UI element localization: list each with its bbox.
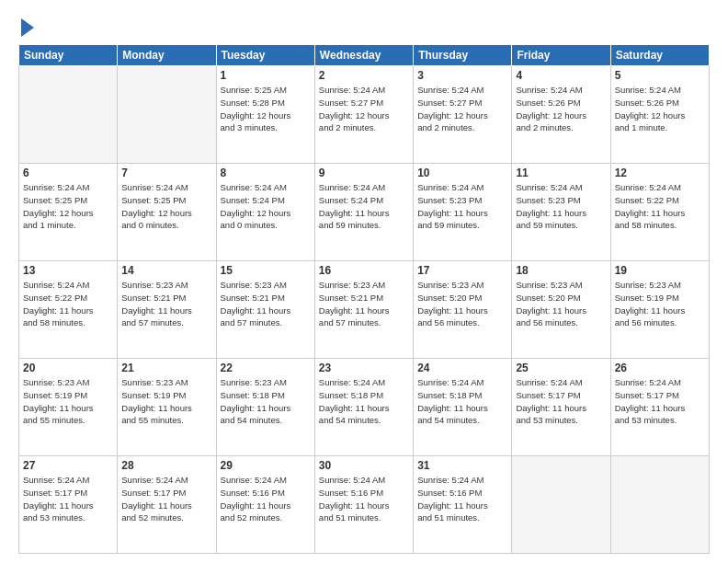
calendar-cell: 24Sunrise: 5:24 AM Sunset: 5:18 PM Dayli… [414, 359, 512, 456]
calendar-cell: 12Sunrise: 5:24 AM Sunset: 5:22 PM Dayli… [610, 164, 709, 261]
weekday-header: Thursday [414, 45, 512, 66]
day-number: 18 [516, 264, 606, 277]
page: SundayMondayTuesdayWednesdayThursdayFrid… [0, 0, 728, 563]
day-number: 15 [221, 264, 311, 277]
day-number: 27 [23, 459, 113, 472]
day-info: Sunrise: 5:24 AM Sunset: 5:23 PM Dayligh… [417, 181, 507, 232]
day-number: 11 [516, 167, 606, 179]
day-number: 31 [417, 459, 507, 472]
day-info: Sunrise: 5:24 AM Sunset: 5:18 PM Dayligh… [319, 376, 409, 427]
day-info: Sunrise: 5:23 AM Sunset: 5:21 PM Dayligh… [319, 279, 409, 329]
day-info: Sunrise: 5:23 AM Sunset: 5:21 PM Dayligh… [221, 279, 311, 329]
day-number: 23 [319, 362, 409, 374]
day-number: 7 [121, 167, 211, 179]
calendar-cell: 28Sunrise: 5:24 AM Sunset: 5:17 PM Dayli… [118, 456, 216, 554]
day-number: 22 [221, 362, 311, 374]
day-info: Sunrise: 5:24 AM Sunset: 5:16 PM Dayligh… [417, 474, 507, 524]
day-number: 16 [319, 264, 409, 277]
calendar-cell [610, 456, 709, 554]
weekday-header: Friday [512, 45, 610, 66]
day-number: 28 [121, 459, 211, 472]
calendar-cell: 5Sunrise: 5:24 AM Sunset: 5:26 PM Daylig… [610, 66, 709, 164]
day-number: 8 [221, 167, 311, 179]
calendar-cell: 10Sunrise: 5:24 AM Sunset: 5:23 PM Dayli… [414, 164, 512, 261]
day-info: Sunrise: 5:24 AM Sunset: 5:25 PM Dayligh… [121, 181, 211, 232]
calendar-cell: 15Sunrise: 5:23 AM Sunset: 5:21 PM Dayli… [216, 261, 314, 359]
calendar-cell: 7Sunrise: 5:24 AM Sunset: 5:25 PM Daylig… [118, 164, 216, 261]
day-info: Sunrise: 5:24 AM Sunset: 5:17 PM Dayligh… [121, 474, 211, 524]
day-number: 1 [221, 69, 311, 82]
logo-arrow-icon [21, 18, 34, 37]
day-info: Sunrise: 5:24 AM Sunset: 5:22 PM Dayligh… [615, 181, 705, 232]
day-number: 5 [615, 69, 705, 82]
day-number: 17 [417, 264, 507, 277]
day-number: 6 [23, 167, 113, 179]
calendar-cell: 17Sunrise: 5:23 AM Sunset: 5:20 PM Dayli… [414, 261, 512, 359]
day-info: Sunrise: 5:24 AM Sunset: 5:18 PM Dayligh… [417, 376, 507, 427]
calendar-cell: 11Sunrise: 5:24 AM Sunset: 5:23 PM Dayli… [512, 164, 610, 261]
day-info: Sunrise: 5:24 AM Sunset: 5:16 PM Dayligh… [221, 474, 311, 524]
calendar-header-row: SundayMondayTuesdayWednesdayThursdayFrid… [19, 45, 710, 66]
day-info: Sunrise: 5:24 AM Sunset: 5:16 PM Dayligh… [319, 474, 409, 524]
day-number: 20 [23, 362, 113, 374]
day-info: Sunrise: 5:24 AM Sunset: 5:24 PM Dayligh… [319, 181, 409, 232]
calendar-cell: 8Sunrise: 5:24 AM Sunset: 5:24 PM Daylig… [216, 164, 314, 261]
day-info: Sunrise: 5:23 AM Sunset: 5:19 PM Dayligh… [121, 376, 211, 427]
calendar-cell: 20Sunrise: 5:23 AM Sunset: 5:19 PM Dayli… [19, 359, 118, 456]
day-number: 21 [121, 362, 211, 374]
day-info: Sunrise: 5:23 AM Sunset: 5:19 PM Dayligh… [615, 279, 705, 329]
calendar-cell: 14Sunrise: 5:23 AM Sunset: 5:21 PM Dayli… [118, 261, 216, 359]
day-number: 12 [615, 167, 705, 179]
day-info: Sunrise: 5:23 AM Sunset: 5:20 PM Dayligh… [417, 279, 507, 329]
calendar-cell: 16Sunrise: 5:23 AM Sunset: 5:21 PM Dayli… [314, 261, 413, 359]
day-info: Sunrise: 5:23 AM Sunset: 5:18 PM Dayligh… [221, 376, 311, 427]
day-info: Sunrise: 5:24 AM Sunset: 5:27 PM Dayligh… [417, 84, 507, 134]
day-number: 2 [319, 69, 409, 82]
day-number: 25 [516, 362, 606, 374]
day-info: Sunrise: 5:24 AM Sunset: 5:24 PM Dayligh… [221, 181, 311, 232]
day-number: 10 [417, 167, 507, 179]
day-number: 29 [221, 459, 311, 472]
day-info: Sunrise: 5:24 AM Sunset: 5:17 PM Dayligh… [615, 376, 705, 427]
day-number: 14 [121, 264, 211, 277]
calendar: SundayMondayTuesdayWednesdayThursdayFrid… [18, 44, 710, 554]
day-number: 30 [319, 459, 409, 472]
day-number: 4 [516, 69, 606, 82]
calendar-cell: 4Sunrise: 5:24 AM Sunset: 5:26 PM Daylig… [512, 66, 610, 164]
calendar-cell [19, 66, 118, 164]
calendar-cell: 29Sunrise: 5:24 AM Sunset: 5:16 PM Dayli… [216, 456, 314, 554]
calendar-cell [118, 66, 216, 164]
day-info: Sunrise: 5:24 AM Sunset: 5:17 PM Dayligh… [516, 376, 606, 427]
day-number: 9 [319, 167, 409, 179]
day-number: 19 [615, 264, 705, 277]
calendar-cell: 9Sunrise: 5:24 AM Sunset: 5:24 PM Daylig… [314, 164, 413, 261]
day-number: 3 [417, 69, 507, 82]
weekday-header: Wednesday [314, 45, 413, 66]
calendar-cell: 30Sunrise: 5:24 AM Sunset: 5:16 PM Dayli… [314, 456, 413, 554]
calendar-cell: 13Sunrise: 5:24 AM Sunset: 5:22 PM Dayli… [19, 261, 118, 359]
calendar-cell: 27Sunrise: 5:24 AM Sunset: 5:17 PM Dayli… [19, 456, 118, 554]
calendar-cell: 22Sunrise: 5:23 AM Sunset: 5:18 PM Dayli… [216, 359, 314, 456]
calendar-week-row: 6Sunrise: 5:24 AM Sunset: 5:25 PM Daylig… [19, 164, 710, 261]
weekday-header: Saturday [610, 45, 709, 66]
calendar-cell: 3Sunrise: 5:24 AM Sunset: 5:27 PM Daylig… [414, 66, 512, 164]
calendar-week-row: 13Sunrise: 5:24 AM Sunset: 5:22 PM Dayli… [19, 261, 710, 359]
day-info: Sunrise: 5:23 AM Sunset: 5:21 PM Dayligh… [121, 279, 211, 329]
day-info: Sunrise: 5:23 AM Sunset: 5:20 PM Dayligh… [516, 279, 606, 329]
day-info: Sunrise: 5:24 AM Sunset: 5:26 PM Dayligh… [615, 84, 705, 134]
day-number: 24 [417, 362, 507, 374]
day-number: 13 [23, 264, 113, 277]
day-info: Sunrise: 5:24 AM Sunset: 5:26 PM Dayligh… [516, 84, 606, 134]
day-number: 26 [615, 362, 705, 374]
calendar-week-row: 1Sunrise: 5:25 AM Sunset: 5:28 PM Daylig… [19, 66, 710, 164]
day-info: Sunrise: 5:24 AM Sunset: 5:17 PM Dayligh… [23, 474, 113, 524]
day-info: Sunrise: 5:24 AM Sunset: 5:23 PM Dayligh… [516, 181, 606, 232]
calendar-cell: 6Sunrise: 5:24 AM Sunset: 5:25 PM Daylig… [19, 164, 118, 261]
weekday-header: Sunday [19, 45, 118, 66]
calendar-cell: 1Sunrise: 5:25 AM Sunset: 5:28 PM Daylig… [216, 66, 314, 164]
day-info: Sunrise: 5:24 AM Sunset: 5:22 PM Dayligh… [23, 279, 113, 329]
day-info: Sunrise: 5:24 AM Sunset: 5:27 PM Dayligh… [319, 84, 409, 134]
calendar-cell: 23Sunrise: 5:24 AM Sunset: 5:18 PM Dayli… [314, 359, 413, 456]
calendar-cell: 21Sunrise: 5:23 AM Sunset: 5:19 PM Dayli… [118, 359, 216, 456]
calendar-cell [512, 456, 610, 554]
